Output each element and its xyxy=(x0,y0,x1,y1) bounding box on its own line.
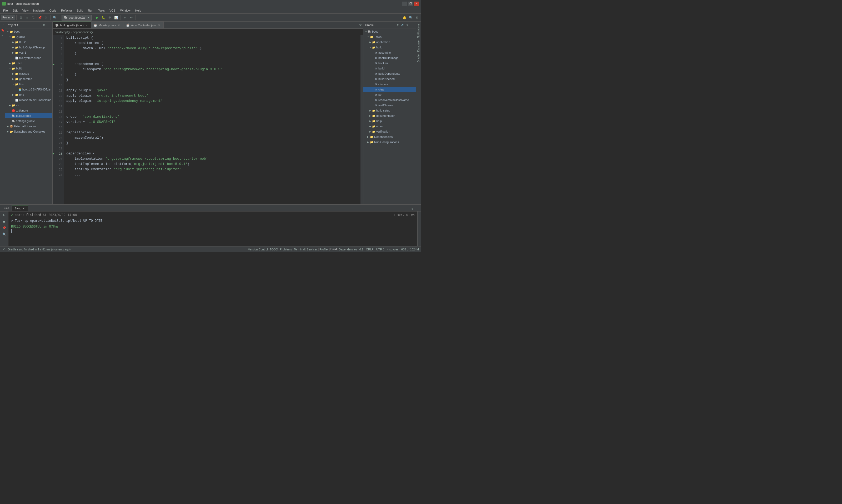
search-everywhere-button[interactable]: 🔍 xyxy=(408,15,414,20)
undo-button[interactable]: ↩ xyxy=(122,15,128,20)
status-tab-dependencies[interactable]: Dependencies xyxy=(339,248,357,251)
panel-settings-btn[interactable]: ⚙ xyxy=(42,23,46,27)
status-indent[interactable]: 4 spaces xyxy=(387,248,399,251)
database-tab[interactable]: Database xyxy=(416,39,420,53)
bottom-minimize-btn[interactable]: − xyxy=(415,206,420,211)
run-button[interactable]: ▶ xyxy=(94,15,100,20)
status-tab-problems[interactable]: Problems xyxy=(280,248,292,251)
project-icon[interactable]: P xyxy=(1,23,5,27)
menu-navigate[interactable]: Navigate xyxy=(31,8,47,13)
tree-item-libs[interactable]: ▾ 📁 libs xyxy=(5,82,52,87)
tree-item-build-gradle[interactable]: 🐘 build.gradle xyxy=(5,113,52,119)
tree-item-build-output-cleanup[interactable]: ▶ 📁 buildOutputCleanup xyxy=(5,45,52,50)
tab-close-actor-controller[interactable]: ✕ xyxy=(158,24,161,27)
gradle-tasks[interactable]: ▾ 📁 Tasks xyxy=(363,34,416,39)
toolbar-close-btn[interactable]: ✕ xyxy=(43,15,49,20)
status-encoding[interactable]: UTF-8 xyxy=(376,248,384,251)
status-tab-todo[interactable]: TODO xyxy=(270,248,278,251)
build-stop-btn[interactable]: ⏹ xyxy=(2,219,7,224)
profile-button[interactable]: 📊 xyxy=(113,15,119,20)
toolbar-collapse-btn[interactable]: ≡ xyxy=(24,15,30,20)
gradle-root-boot[interactable]: ▾ 🐘 boot xyxy=(363,29,416,34)
menu-view[interactable]: View xyxy=(20,8,31,13)
project-selector[interactable]: Project ▾ xyxy=(1,15,15,20)
tree-item-boot-jar[interactable]: 🫙 boot-1.0-SNAPSHOT.jar xyxy=(5,87,52,92)
gradle-task-classes[interactable]: ⚙ classes xyxy=(363,82,416,87)
tab-build-gradle[interactable]: 🐘 build.gradle (boot) ✕ xyxy=(53,22,91,29)
gradle-tree[interactable]: ▾ 🐘 boot ▾ 📁 Tasks ▶ 📁 application ▾ 📁 b… xyxy=(363,29,416,204)
tab-actor-controller[interactable]: ☕ ActorController.java ✕ xyxy=(123,22,164,29)
tree-item-vcs-1[interactable]: ▶ 📁 vcs-1 xyxy=(5,50,52,55)
toolbar-pin-btn[interactable]: 📌 xyxy=(37,15,42,20)
menu-build[interactable]: Build xyxy=(75,8,85,13)
close-button[interactable]: ✕ xyxy=(414,2,419,6)
toolbar-expand-btn[interactable]: ⇅ xyxy=(31,15,36,20)
menu-refactor[interactable]: Refactor xyxy=(59,8,74,13)
tree-item-file-system-probe[interactable]: 📄 file-system.probe xyxy=(5,55,52,60)
status-tab-vcs[interactable]: Version Control xyxy=(248,248,268,251)
project-panel-dropdown[interactable]: ▾ xyxy=(17,23,18,26)
gradle-link-btn[interactable]: 🔗 xyxy=(400,23,405,27)
build-filter-btn[interactable]: 🔍 xyxy=(2,232,7,237)
tree-item-idea[interactable]: ▶ 📁 .idea xyxy=(5,60,52,66)
gradle-documentation[interactable]: ▶ 📁 documentation xyxy=(363,113,416,119)
tab-bar-settings-btn[interactable]: ⚙ xyxy=(358,22,363,29)
status-tab-terminal[interactable]: Terminal xyxy=(294,248,305,251)
breadcrumb-item-2[interactable]: dependencies() xyxy=(73,31,93,34)
tab-close-main-app[interactable]: ✕ xyxy=(118,24,121,27)
tree-item-build-dir[interactable]: ▾ 📁 build xyxy=(5,66,52,71)
tree-item-boot-root[interactable]: ▾ 📁 boot xyxy=(5,29,52,34)
gradle-task-build[interactable]: ⚙ build xyxy=(363,66,416,71)
notifications-tab[interactable]: Notifications xyxy=(416,23,420,39)
coverage-button[interactable]: ☂ xyxy=(107,15,113,20)
tree-item-8-0-2[interactable]: ▶ 📁 8.0.2 xyxy=(5,39,52,45)
status-tab-profiler[interactable]: Profiler xyxy=(319,248,329,251)
gradle-settings-btn[interactable]: ⚙ xyxy=(405,23,409,27)
gradle-collapse-btn[interactable]: − xyxy=(410,23,414,27)
status-line-sep[interactable]: CRLF xyxy=(366,248,374,251)
notification-button[interactable]: 🔔 xyxy=(401,15,407,20)
build-refresh-btn[interactable]: ↻ xyxy=(2,213,7,218)
breadcrumb-item-1[interactable]: buildscript() xyxy=(55,31,70,34)
gradle-task-jar[interactable]: ⚙ jar xyxy=(363,92,416,97)
menu-code[interactable]: Code xyxy=(47,8,58,13)
maximize-button[interactable]: ❐ xyxy=(408,2,413,6)
bottom-tab-build[interactable]: Build xyxy=(0,205,12,211)
build-right-scrollbar[interactable] xyxy=(417,212,421,246)
tree-item-generated[interactable]: ▶ 📁 generated xyxy=(5,76,52,82)
gradle-task-build-dependents[interactable]: ⚙ buildDependents xyxy=(363,71,416,76)
menu-file[interactable]: File xyxy=(1,8,10,13)
build-pin-btn[interactable]: 📌 xyxy=(2,225,7,230)
menu-edit[interactable]: Edit xyxy=(11,8,20,13)
gradle-refresh-btn[interactable]: ↻ xyxy=(396,23,400,27)
minimize-button[interactable]: — xyxy=(402,2,407,6)
panel-collapse-btn[interactable]: − xyxy=(47,23,51,27)
menu-window[interactable]: Window xyxy=(118,8,132,13)
tree-item-gradle-dir[interactable]: ▾ 📁 .gradle xyxy=(5,34,52,39)
tab-close-build-gradle[interactable]: ✕ xyxy=(85,24,88,27)
debug-button[interactable]: 🐛 xyxy=(101,15,107,20)
gradle-task-boot-jar[interactable]: ⚙ bootJar xyxy=(363,60,416,66)
tree-item-classes[interactable]: ▶ 📁 classes xyxy=(5,71,52,76)
status-tab-services[interactable]: Services xyxy=(307,248,318,251)
gradle-side-tab[interactable]: Gradle xyxy=(416,53,420,64)
gradle-verification[interactable]: ▶ 📁 verification xyxy=(363,129,416,134)
tree-item-src[interactable]: ▶ 📁 src xyxy=(5,103,52,108)
gradle-task-build-needed[interactable]: ⚙ buildNeeded xyxy=(363,76,416,82)
gradle-task-resolve-main[interactable]: ⚙ resolveMainClassName xyxy=(363,97,416,103)
gradle-build-setup[interactable]: ▶ 📁 build setup xyxy=(363,108,416,113)
gradle-dependencies[interactable]: ▶ 📁 Dependencies xyxy=(363,134,416,140)
tab-main-app[interactable]: ☕ MainApp.java ✕ xyxy=(91,22,124,29)
menu-help[interactable]: Help xyxy=(133,8,143,13)
bottom-tab-sync-close[interactable]: ✕ xyxy=(22,207,25,210)
status-position[interactable]: 4:1 xyxy=(359,248,363,251)
project-tree[interactable]: ▾ 📁 boot ▾ 📁 .gradle ▶ 📁 8.0.2 ▶ 📁 build… xyxy=(5,29,52,204)
gradle-other[interactable]: ▶ 📁 other xyxy=(363,124,416,129)
tree-item-scratches[interactable]: ▶ 📂 Scratches and Consoles xyxy=(5,129,52,134)
menu-vcs[interactable]: VCS xyxy=(107,8,118,13)
settings-button[interactable]: ⚙ xyxy=(414,15,420,20)
redo-button[interactable]: ↪ xyxy=(128,15,134,20)
bookmark-icon[interactable]: 🔖 xyxy=(1,28,5,32)
structure-icon[interactable]: ≡ xyxy=(1,33,5,37)
gradle-build-group[interactable]: ▾ 📁 build xyxy=(363,45,416,50)
